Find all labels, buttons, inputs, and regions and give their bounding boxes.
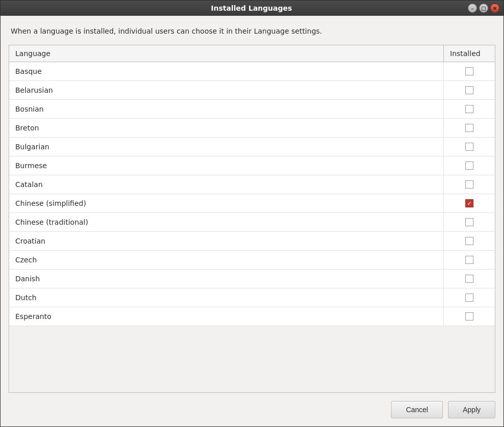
installed-cell <box>444 270 495 288</box>
language-cell: Croatian <box>9 232 444 250</box>
language-checkbox[interactable] <box>465 275 473 283</box>
main-content: Language Installed BasqueBelarusianBosni… <box>1 45 503 393</box>
table-row: Czech <box>9 251 495 270</box>
language-checkbox[interactable] <box>465 67 473 75</box>
description-text: When a language is installed, individual… <box>1 16 503 45</box>
table-row: Breton <box>9 119 495 138</box>
installed-cell <box>444 119 495 137</box>
language-cell: Czech <box>9 251 444 269</box>
window-title: Installed Languages <box>35 4 468 12</box>
installed-cell <box>444 194 495 212</box>
language-cell: Danish <box>9 270 444 288</box>
installed-cell <box>444 213 495 231</box>
minimize-button[interactable]: – <box>468 4 477 13</box>
language-checkbox[interactable] <box>465 256 473 264</box>
languages-table: Language Installed BasqueBelarusianBosni… <box>9 45 495 393</box>
language-cell: Basque <box>9 62 444 81</box>
close-button[interactable]: ✕ <box>490 4 499 13</box>
language-cell: Dutch <box>9 288 444 307</box>
window-controls: – □ ✕ <box>468 4 499 13</box>
table-row: Bosnian <box>9 100 495 119</box>
maximize-icon: □ <box>481 6 486 11</box>
close-icon: ✕ <box>493 6 497 11</box>
language-checkbox[interactable] <box>465 162 473 170</box>
language-checkbox[interactable] <box>465 312 473 321</box>
table-row: Chinese (traditional) <box>9 213 495 232</box>
cancel-button[interactable]: Cancel <box>391 401 443 418</box>
language-cell: Chinese (simplified) <box>9 194 444 212</box>
language-checkbox[interactable] <box>465 86 473 94</box>
table-row: Esperanto <box>9 307 495 326</box>
language-checkbox[interactable] <box>465 124 473 132</box>
maximize-button[interactable]: □ <box>479 4 488 13</box>
language-checkbox[interactable] <box>465 180 473 189</box>
table-row: Dutch <box>9 288 495 307</box>
language-checkbox[interactable] <box>465 199 473 207</box>
table-row: Bulgarian <box>9 138 495 156</box>
table-row: Burmese <box>9 156 495 175</box>
language-checkbox[interactable] <box>465 143 473 151</box>
installed-languages-window: Installed Languages – □ ✕ When a languag… <box>0 0 504 427</box>
table-row: Chinese (simplified) <box>9 194 495 213</box>
language-cell: Chinese (traditional) <box>9 213 444 231</box>
titlebar: Installed Languages – □ ✕ <box>1 1 503 16</box>
language-cell: Burmese <box>9 156 444 175</box>
language-checkbox[interactable] <box>465 218 473 226</box>
language-checkbox[interactable] <box>465 237 473 245</box>
installed-cell <box>444 307 495 326</box>
language-column-header: Language <box>9 45 444 62</box>
language-cell: Esperanto <box>9 307 444 326</box>
language-cell: Bosnian <box>9 100 444 118</box>
installed-cell <box>444 156 495 175</box>
installed-cell <box>444 62 495 81</box>
apply-button[interactable]: Apply <box>448 401 495 418</box>
table-row: Danish <box>9 270 495 288</box>
language-checkbox[interactable] <box>465 105 473 113</box>
language-cell: Catalan <box>9 175 444 194</box>
footer: Cancel Apply <box>1 393 503 426</box>
installed-cell <box>444 232 495 250</box>
table-row: Basque <box>9 62 495 81</box>
table-row: Catalan <box>9 175 495 194</box>
minimize-icon: – <box>471 6 474 11</box>
installed-cell <box>444 81 495 99</box>
language-cell: Breton <box>9 119 444 137</box>
installed-cell <box>444 251 495 269</box>
installed-column-header: Installed <box>444 45 495 62</box>
table-row: Croatian <box>9 232 495 251</box>
installed-cell <box>444 175 495 194</box>
language-cell: Bulgarian <box>9 138 444 156</box>
table-row: Belarusian <box>9 81 495 100</box>
language-cell: Belarusian <box>9 81 444 99</box>
table-header: Language Installed <box>9 45 495 62</box>
table-body[interactable]: BasqueBelarusianBosnianBretonBulgarianBu… <box>9 62 495 392</box>
installed-cell <box>444 100 495 118</box>
installed-cell <box>444 138 495 156</box>
language-checkbox[interactable] <box>465 293 473 302</box>
installed-cell <box>444 288 495 307</box>
